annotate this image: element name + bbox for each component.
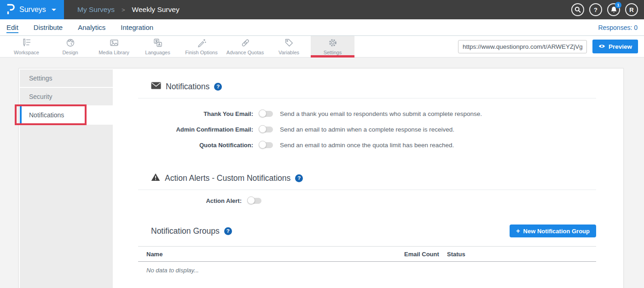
action-alert-label: Action Alert: bbox=[138, 197, 242, 204]
toolbar-tab-settings[interactable]: Settings bbox=[311, 36, 354, 57]
thank-you-email-label: Thank You Email: bbox=[138, 110, 253, 117]
notifications-bell-icon[interactable]: 1 bbox=[607, 3, 620, 16]
thank-you-email-toggle[interactable] bbox=[259, 111, 273, 117]
survey-url-input[interactable] bbox=[458, 40, 587, 53]
settings-sidebar: Settings Security Notifications bbox=[19, 69, 113, 288]
help-tooltip-icon[interactable]: ? bbox=[295, 174, 303, 182]
tab-integration[interactable]: Integration bbox=[121, 23, 153, 31]
help-tooltip-icon[interactable]: ? bbox=[214, 83, 222, 91]
notification-badge: 1 bbox=[615, 2, 621, 8]
survey-nav: Edit Distribute Analytics Integration Re… bbox=[0, 19, 644, 36]
tag-icon bbox=[284, 38, 294, 49]
new-notification-group-button[interactable]: + New Notification Group bbox=[510, 225, 596, 237]
sidebar-item-security[interactable]: Security bbox=[20, 88, 113, 105]
chevron-down-icon bbox=[52, 9, 56, 11]
header-actions: ? 1 R bbox=[571, 3, 644, 16]
translate-icon bbox=[153, 38, 163, 49]
avatar[interactable]: R bbox=[625, 3, 638, 16]
warning-triangle-icon bbox=[151, 173, 160, 184]
quota-notification-row: Quota Notification: Send an email to adm… bbox=[138, 137, 596, 153]
image-icon bbox=[109, 38, 119, 49]
action-alert-rows: Action Alert: bbox=[138, 193, 596, 208]
help-icon[interactable]: ? bbox=[589, 3, 602, 16]
tab-distribute[interactable]: Distribute bbox=[34, 23, 63, 31]
preview-button[interactable]: Preview bbox=[592, 40, 638, 53]
search-icon[interactable] bbox=[571, 3, 584, 16]
section-title: Notifications bbox=[166, 82, 209, 92]
quota-notification-label: Quota Notification: bbox=[138, 142, 253, 149]
breadcrumb-current-survey: Weekly Survey bbox=[132, 6, 180, 14]
admin-confirmation-email-description: Send an email to admin when a complete r… bbox=[280, 126, 454, 133]
section-title: Action Alerts - Custom Notifications bbox=[165, 173, 290, 183]
admin-confirmation-email-toggle[interactable] bbox=[259, 127, 273, 132]
empty-table-message: No data to display... bbox=[138, 267, 596, 274]
thank-you-email-description: Send a thank you email to respondents wh… bbox=[280, 110, 482, 117]
pen-icon bbox=[197, 38, 207, 49]
toolbar-tab-advance-quotas[interactable]: Advance Quotas bbox=[223, 36, 267, 57]
edit-toolbar: Workspace Design Media Library bbox=[0, 36, 644, 58]
action-alert-row: Action Alert: bbox=[138, 193, 596, 208]
quota-notification-toggle[interactable] bbox=[259, 142, 273, 148]
column-header-status: Status bbox=[447, 251, 596, 258]
gear-icon bbox=[328, 38, 338, 49]
annotation-settings-underline bbox=[311, 55, 354, 58]
responses-count[interactable]: Responses: 0 bbox=[598, 24, 638, 31]
admin-confirmation-email-label: Admin Confirmation Email: bbox=[138, 126, 253, 133]
help-tooltip-icon[interactable]: ? bbox=[224, 227, 232, 235]
product-switcher[interactable]: Surveys bbox=[0, 0, 64, 19]
workspace-icon bbox=[22, 38, 32, 49]
notifications-panel: Notifications ? Thank You Email: Send a … bbox=[113, 69, 623, 288]
palette-icon bbox=[65, 38, 75, 49]
envelope-icon bbox=[151, 82, 161, 92]
notification-toggle-rows: Thank You Email: Send a thank you email … bbox=[138, 106, 596, 153]
divider bbox=[138, 98, 596, 98]
top-bar: Surveys My Surveys > Weekly Survey ? 1 R bbox=[0, 0, 644, 19]
toolbar-tab-finish-options[interactable]: Finish Options bbox=[180, 36, 223, 57]
admin-confirmation-email-row: Admin Confirmation Email: Send an email … bbox=[138, 121, 596, 137]
thank-you-email-row: Thank You Email: Send a thank you email … bbox=[138, 106, 596, 121]
toolbar-tab-workspace[interactable]: Workspace bbox=[5, 36, 48, 57]
quota-notification-description: Send an email to admin once the quota li… bbox=[280, 142, 454, 149]
table-header-row: Name Email Count Status bbox=[138, 246, 596, 262]
questionpro-logo-icon bbox=[6, 3, 15, 17]
content-area: Settings Security Notifications Notifica… bbox=[0, 58, 644, 288]
notification-groups-header: Notification Groups ? + New Notification… bbox=[138, 224, 596, 238]
tab-edit[interactable]: Edit bbox=[6, 23, 18, 31]
divider bbox=[138, 190, 596, 190]
product-name: Surveys bbox=[19, 6, 46, 14]
breadcrumb-separator: > bbox=[122, 6, 125, 13]
column-header-email-count: Email Count bbox=[404, 251, 447, 258]
chain-links-icon bbox=[240, 38, 250, 49]
action-alerts-section-header: Action Alerts - Custom Notifications ? bbox=[151, 172, 596, 184]
sidebar-filler bbox=[20, 125, 113, 288]
notification-groups-title: Notification Groups ? bbox=[151, 226, 232, 236]
settings-card: Settings Security Notifications Notifica… bbox=[18, 68, 624, 288]
toolbar-tab-design[interactable]: Design bbox=[48, 36, 92, 57]
toolbar-tab-variables[interactable]: Variables bbox=[267, 36, 311, 57]
notifications-section-header: Notifications ? bbox=[151, 81, 596, 92]
column-header-name: Name bbox=[138, 251, 404, 258]
toolbar-tab-languages[interactable]: Languages bbox=[136, 36, 180, 57]
sidebar-item-settings[interactable]: Settings bbox=[20, 69, 113, 87]
action-alert-toggle[interactable] bbox=[248, 198, 261, 204]
notification-groups-table: Name Email Count Status No data to displ… bbox=[138, 246, 596, 274]
toolbar-tab-media-library[interactable]: Media Library bbox=[92, 36, 136, 57]
sidebar-item-notifications[interactable]: Notifications bbox=[20, 106, 113, 124]
toolbar-right: Preview bbox=[458, 36, 644, 57]
breadcrumb: My Surveys > Weekly Survey bbox=[77, 6, 180, 14]
tab-analytics[interactable]: Analytics bbox=[78, 23, 105, 31]
breadcrumb-my-surveys[interactable]: My Surveys bbox=[77, 6, 115, 14]
eye-icon bbox=[598, 43, 605, 50]
plus-icon: + bbox=[516, 227, 520, 235]
